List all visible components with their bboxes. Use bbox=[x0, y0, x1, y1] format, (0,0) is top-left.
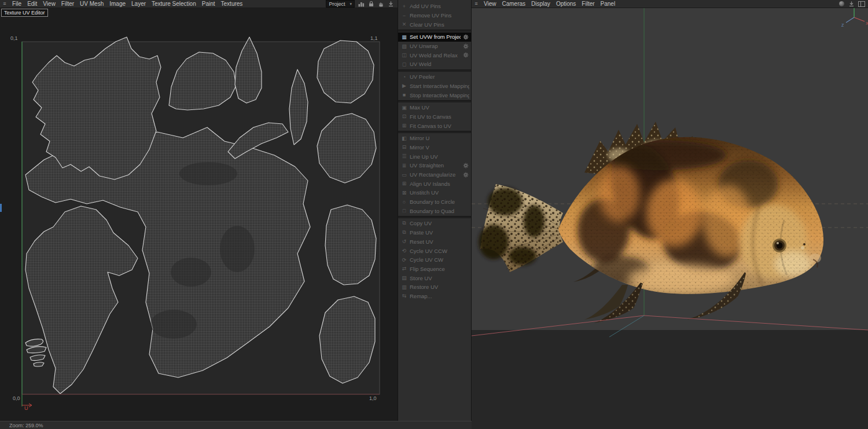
command-label: Paste UV bbox=[410, 229, 469, 236]
uv-peeler-icon: ◔ bbox=[401, 74, 407, 80]
lock-icon[interactable] bbox=[367, 1, 375, 7]
command-fit-uv-to-canvas[interactable]: ⊡ Fit UV to Canvas bbox=[398, 112, 471, 122]
menu-paint[interactable]: Paint bbox=[199, 0, 218, 8]
menu-panel[interactable]: Panel bbox=[598, 0, 619, 8]
command-label: UV Rectangularize bbox=[410, 171, 461, 178]
panel-icon[interactable] bbox=[858, 1, 865, 7]
menu-view[interactable]: View bbox=[481, 0, 499, 8]
hamburger-icon[interactable]: ≡ bbox=[0, 0, 9, 8]
unstitch-uv-icon: ⊠ bbox=[401, 190, 407, 196]
chart-icon[interactable] bbox=[358, 1, 365, 7]
zoom-status: Zoom: 259.0% bbox=[9, 423, 43, 428]
command-cycle-uv-cw[interactable]: ⟳ Cycle UV CW bbox=[398, 255, 471, 265]
viewport-ground bbox=[472, 330, 868, 429]
uv-weld-relax-icon: ◫ bbox=[401, 52, 407, 58]
gear-icon[interactable] bbox=[463, 34, 469, 40]
statusbar: Zoom: 259.0% bbox=[0, 421, 472, 429]
menu-filter[interactable]: Filter bbox=[58, 0, 77, 8]
uv-island[interactable] bbox=[325, 205, 376, 285]
command-label: Cycle UV CCW bbox=[410, 248, 469, 254]
menu-edit[interactable]: Edit bbox=[24, 0, 40, 8]
gear-icon[interactable] bbox=[463, 52, 469, 58]
uv-island[interactable] bbox=[34, 362, 44, 366]
menu-texture-selection[interactable]: Texture Selection bbox=[149, 0, 199, 8]
command-label: Fit Canvas to UV bbox=[410, 123, 469, 129]
command-uv-unwrap[interactable]: ▧ UV Unwrap bbox=[398, 42, 471, 51]
command-mirror-v[interactable]: ⊟ Mirror V bbox=[398, 143, 471, 152]
command-label: Fit UV to Canvas bbox=[410, 113, 469, 120]
viewport-toolbar-icons bbox=[838, 1, 868, 7]
command-clear-uv-pins[interactable]: ✕ Clear UV Pins bbox=[398, 20, 471, 29]
command-paste-uv[interactable]: ⧉ Paste UV bbox=[398, 228, 471, 237]
command-copy-uv[interactable]: ⧉ Copy UV bbox=[398, 219, 471, 228]
menu-filter[interactable]: Filter bbox=[579, 0, 597, 8]
command-label: Align UV Islands bbox=[410, 181, 469, 187]
menu-layer[interactable]: Layer bbox=[128, 0, 149, 8]
command-remove-uv-pins[interactable]: − Remove UV Pins bbox=[398, 11, 471, 20]
command-label: Set UVW from Projection bbox=[410, 34, 461, 40]
viewport-pane: Y X Z ≡ ViewCamerasDisplayOptionsFilterP… bbox=[472, 0, 868, 429]
command-max-uv[interactable]: ▣ Max UV bbox=[398, 103, 471, 112]
uv-editor-menus: FileEditViewFilterUV MeshImageLayerTextu… bbox=[9, 0, 245, 8]
command-cycle-uv-ccw[interactable]: ⟲ Cycle UV CCW bbox=[398, 246, 471, 255]
download-icon[interactable] bbox=[387, 1, 395, 7]
command-uv-rectangularize[interactable]: ▭ UV Rectangularize bbox=[398, 170, 471, 179]
clear-uv-pins-icon: ✕ bbox=[401, 21, 407, 27]
command-add-uv-pins[interactable]: + Add UV Pins bbox=[398, 2, 471, 11]
uv-toolbar-icons bbox=[358, 1, 398, 7]
mirror-u-icon: ◧ bbox=[401, 135, 407, 141]
command-set-uvw-from-projection[interactable]: ▦ Set UVW from Projection bbox=[398, 32, 471, 42]
uv-canvas[interactable] bbox=[0, 0, 398, 429]
download-icon[interactable] bbox=[848, 1, 855, 7]
gear-icon[interactable] bbox=[463, 163, 469, 168]
command-label: Max UV bbox=[410, 104, 469, 111]
command-start-interactive-mapping[interactable]: ▶ Start Interactive Mapping bbox=[398, 82, 471, 91]
menu-cameras[interactable]: Cameras bbox=[499, 0, 529, 8]
command-line-up-uv[interactable]: ☰ Line Up UV bbox=[398, 152, 471, 161]
command-boundary-to-circle[interactable]: ○ Boundary to Circle bbox=[398, 197, 471, 207]
set-uvw-projection-icon: ▦ bbox=[401, 34, 407, 40]
gear-icon[interactable] bbox=[463, 43, 469, 49]
fish-eye bbox=[773, 239, 786, 252]
command-label: Clear UV Pins bbox=[410, 21, 469, 28]
uv-editor-tab[interactable]: Texture UV Editor bbox=[1, 9, 48, 17]
hand-icon[interactable] bbox=[377, 1, 385, 7]
command-align-uv-islands[interactable]: ⊞ Align UV Islands bbox=[398, 179, 471, 188]
command-stop-interactive-mapping[interactable]: ■ Stop Interactive Mapping bbox=[398, 90, 471, 100]
gear-icon[interactable] bbox=[463, 172, 469, 178]
command-unstitch-uv[interactable]: ⊠ Unstitch UV bbox=[398, 188, 471, 197]
viewport-3d[interactable]: Y X Z bbox=[472, 0, 868, 429]
command-label: Remap... bbox=[410, 293, 469, 299]
menu-textures[interactable]: Textures bbox=[218, 0, 246, 8]
command-label: Stop Interactive Mapping bbox=[410, 92, 469, 98]
command-store-uv[interactable]: ▤ Store UV bbox=[398, 273, 471, 283]
command-uv-weld[interactable]: ◻ UV Weld bbox=[398, 60, 471, 69]
project-select[interactable]: Project ▾ bbox=[326, 0, 355, 8]
command-reset-uv[interactable]: ↺ Reset UV bbox=[398, 237, 471, 247]
gizmo-z-label: Z bbox=[841, 23, 844, 27]
remove-uv-pins-icon: − bbox=[401, 13, 407, 19]
uv-unwrap-icon: ▧ bbox=[401, 43, 407, 49]
sphere-icon[interactable] bbox=[838, 1, 845, 7]
menu-options[interactable]: Options bbox=[553, 0, 579, 8]
u-axis-label: U bbox=[24, 405, 28, 411]
command-flip-sequence[interactable]: ⇄ Flip Sequence bbox=[398, 265, 471, 274]
command-boundary-to-quad[interactable]: □ Boundary to Quad bbox=[398, 206, 471, 215]
pane-edge-indicator[interactable] bbox=[0, 204, 2, 212]
command-restore-uv[interactable]: ▥ Restore UV bbox=[398, 283, 471, 292]
command-label: UV Weld and Relax bbox=[410, 52, 461, 58]
command-uv-straighten[interactable]: ≣ UV Straighten bbox=[398, 161, 471, 170]
menu-view[interactable]: View bbox=[40, 0, 58, 8]
menu-display[interactable]: Display bbox=[528, 0, 553, 8]
menu-image[interactable]: Image bbox=[106, 0, 128, 8]
uv-command-panel: + Add UV Pins − Remove UV Pins ✕ Clear U… bbox=[398, 0, 472, 429]
command-remap[interactable]: ⇆ Remap... bbox=[398, 292, 471, 301]
command-uv-peeler[interactable]: ◔ UV Peeler bbox=[398, 72, 471, 82]
menu-uv-mesh[interactable]: UV Mesh bbox=[77, 0, 106, 8]
hamburger-icon[interactable]: ≡ bbox=[472, 0, 481, 8]
menu-file[interactable]: File bbox=[9, 0, 24, 8]
cycle-uv-cw-icon: ⟳ bbox=[401, 257, 407, 263]
command-mirror-u[interactable]: ◧ Mirror U bbox=[398, 134, 471, 143]
command-uv-weld-and-relax[interactable]: ◫ UV Weld and Relax bbox=[398, 50, 471, 60]
command-fit-canvas-to-uv[interactable]: ⊞ Fit Canvas to UV bbox=[398, 121, 471, 130]
